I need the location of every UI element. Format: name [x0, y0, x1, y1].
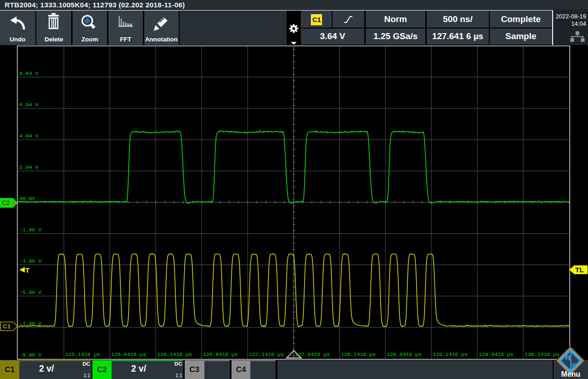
- svg-text:-1.96 V: -1.96 V: [19, 227, 41, 233]
- svg-text:129.1416 µs: 129.1416 µs: [433, 351, 468, 357]
- svg-text:TL: TL: [575, 266, 584, 274]
- svg-text:S: S: [572, 362, 577, 369]
- svg-text:125.1416 µs: 125.1416 µs: [65, 351, 100, 357]
- svg-text:128.1416 µs: 128.1416 µs: [341, 351, 376, 357]
- svg-text:6.04 V: 6.04 V: [19, 102, 39, 108]
- svg-text:125.6416 µs: 125.6416 µs: [111, 351, 146, 357]
- svg-text:T: T: [25, 266, 29, 274]
- svg-text:126.6416 µs: 126.6416 µs: [203, 351, 238, 357]
- svg-text:R: R: [565, 354, 571, 362]
- svg-text:128.6416 µs: 128.6416 µs: [387, 351, 422, 357]
- svg-text:127.1416 µs: 127.1416 µs: [249, 351, 284, 357]
- svg-text:-3.96 V: -3.96 V: [19, 258, 41, 264]
- svg-text:8.04 V: 8.04 V: [19, 70, 39, 76]
- svg-text:126.1416 µs: 126.1416 µs: [157, 351, 192, 357]
- svg-text:-5.96 V: -5.96 V: [19, 289, 41, 295]
- svg-text:4.04 V: 4.04 V: [19, 133, 39, 139]
- svg-text:C2: C2: [2, 199, 10, 207]
- svg-text:C1: C1: [3, 323, 11, 330]
- svg-text:-9.96 V: -9.96 V: [19, 352, 41, 358]
- svg-text:129.6416 µs: 129.6416 µs: [479, 351, 514, 357]
- svg-text:2.04 V: 2.04 V: [19, 164, 39, 170]
- svg-text:40 mV: 40 mV: [19, 195, 35, 201]
